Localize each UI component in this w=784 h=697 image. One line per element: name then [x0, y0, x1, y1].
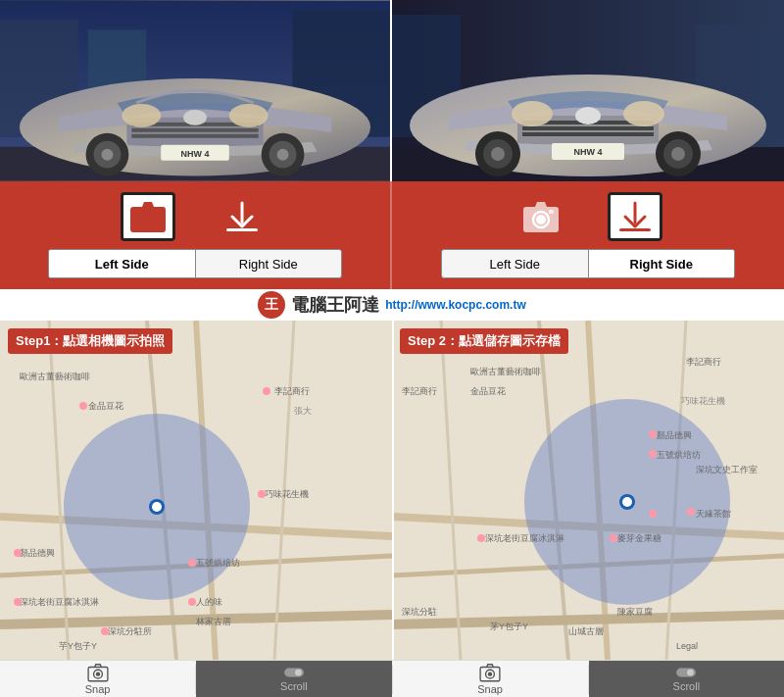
map-divider	[392, 321, 394, 660]
svg-point-80	[188, 598, 196, 606]
right-download-button[interactable]	[608, 192, 662, 241]
left-map-panel: 歐洲古董藝術咖啡 金品豆花 李記商行 張大 巧味花生機 五號烘培坊 顏品德興 深…	[0, 321, 392, 660]
svg-point-114	[687, 508, 695, 516]
scroll-tab-icon-left	[283, 666, 305, 679]
svg-text:林家古厝: 林家古厝	[195, 617, 231, 626]
svg-point-32	[575, 107, 601, 124]
watermark-bar: 王 電腦王阿達 http://www.kocpc.com.tw	[0, 289, 784, 321]
svg-point-122	[488, 672, 492, 675]
tab-snap-right-label: Snap	[477, 683, 503, 695]
svg-text:巧味花生機: 巧味花生機	[681, 396, 725, 406]
svg-point-113	[610, 534, 617, 542]
svg-rect-49	[549, 210, 554, 214]
tab-snap-left-label: Snap	[85, 683, 111, 695]
tab-snap-left[interactable]: Snap	[0, 661, 195, 698]
left-side-buttons: Left Side Right Side	[48, 249, 342, 278]
svg-point-10	[122, 104, 161, 127]
svg-point-40	[671, 147, 685, 161]
right-map-bg: 李記商行 歐洲古董藝術咖啡 金品豆花 李記商行 巧味花生機 顏品德興 五號烘培坊…	[392, 321, 784, 660]
svg-text:NHW 4: NHW 4	[574, 147, 603, 157]
tab-scroll-right-label: Scroll	[673, 680, 701, 692]
svg-text:李記商行: 李記商行	[686, 357, 721, 367]
tab-snap-right[interactable]: Snap	[393, 661, 588, 698]
svg-rect-29	[522, 132, 654, 136]
svg-point-75	[263, 387, 270, 395]
tab-scroll-right[interactable]: Scroll	[589, 661, 784, 698]
step1-label: Step1：點選相機圖示拍照	[8, 328, 172, 354]
svg-point-77	[188, 559, 196, 567]
svg-text:山城古層: 山城古層	[568, 626, 604, 636]
svg-point-74	[79, 402, 87, 410]
svg-rect-44	[156, 210, 161, 214]
right-car-image: NHW 4	[392, 0, 784, 181]
map-section: 歐洲古董藝術咖啡 金品豆花 李記商行 張大 巧味花生機 五號烘培坊 顏品德興 深…	[0, 321, 784, 660]
top-images-section: NHW 4	[0, 0, 784, 181]
left-side-left-btn[interactable]: Left Side	[49, 250, 195, 277]
svg-point-20	[277, 149, 289, 161]
tab-scroll-left[interactable]: Scroll	[196, 661, 391, 698]
svg-point-43	[143, 215, 153, 224]
svg-point-12	[183, 110, 207, 125]
svg-text:人的味: 人的味	[196, 597, 222, 607]
right-icons-row	[514, 192, 662, 241]
svg-point-79	[14, 598, 22, 606]
svg-text:歐洲古董藝術咖啡: 歐洲古董藝術咖啡	[20, 372, 90, 381]
svg-point-48	[536, 215, 546, 224]
left-car-image: NHW 4	[0, 0, 392, 181]
left-download-button[interactable]	[215, 192, 270, 241]
svg-text:金品豆花: 金品豆花	[88, 401, 123, 411]
left-camera-button[interactable]	[121, 192, 175, 241]
svg-rect-45	[226, 228, 258, 231]
camera-tab-icon-right	[479, 663, 501, 682]
svg-text:歐洲古董藝術咖啡: 歐洲古董藝術咖啡	[470, 367, 541, 376]
scroll-tab-icon-right	[675, 666, 697, 679]
right-side-buttons: Left Side Right Side	[441, 249, 735, 278]
svg-rect-28	[522, 126, 654, 130]
left-side-right-btn[interactable]: Right Side	[196, 250, 342, 277]
svg-text:麥芽金果糖: 麥芽金果糖	[617, 533, 662, 543]
logo-icon: 王	[258, 291, 285, 319]
svg-point-11	[229, 104, 269, 127]
svg-point-37	[491, 147, 505, 161]
right-map-panel: 李記商行 歐洲古董藝術咖啡 金品豆花 李記商行 巧味花生機 顏品德興 五號烘培坊…	[392, 321, 784, 660]
svg-text:NHW 4: NHW 4	[181, 149, 210, 159]
svg-point-78	[14, 549, 22, 557]
svg-rect-50	[619, 228, 651, 231]
watermark-logo: 王 電腦王阿達 http://www.kocpc.com.tw	[258, 291, 526, 319]
svg-point-92	[622, 497, 632, 507]
svg-text:李記商行: 李記商行	[402, 386, 437, 396]
left-map-bg: 歐洲古董藝術咖啡 金品豆花 李記商行 張大 巧味花生機 五號烘培坊 顏品德興 深…	[0, 321, 392, 660]
svg-point-124	[687, 670, 694, 676]
svg-text:深坑文史工作室: 深坑文史工作室	[696, 465, 758, 474]
svg-rect-8	[131, 128, 258, 132]
svg-text:深坑分駐所: 深坑分駐所	[108, 626, 152, 636]
svg-point-17	[101, 149, 113, 161]
right-side-right-btn[interactable]: Right Side	[589, 250, 735, 277]
right-camera-button[interactable]	[514, 192, 568, 241]
step2-label: Step 2：點選儲存圖示存檔	[400, 328, 568, 354]
svg-text:顏品德興: 顏品德興	[657, 430, 692, 440]
svg-text:Legal: Legal	[676, 641, 698, 651]
camera-tab-icon-left	[87, 663, 109, 682]
svg-text:李記商行: 李記商行	[274, 386, 310, 396]
svg-rect-9	[131, 134, 258, 138]
svg-text:天緣茶館: 天緣茶館	[696, 509, 731, 519]
svg-text:顏品德興: 顏品德興	[20, 548, 55, 558]
controls-section: Left Side Right Side	[0, 181, 784, 289]
svg-point-30	[512, 101, 553, 126]
svg-point-110	[649, 450, 657, 458]
svg-text:深坑老街豆腐冰淇淋: 深坑老街豆腐冰淇淋	[20, 597, 99, 607]
svg-text:茅Y包子Y: 茅Y包子Y	[490, 622, 528, 631]
tab-scroll-left-label: Scroll	[280, 680, 308, 692]
svg-text:五號烘培坊: 五號烘培坊	[657, 450, 701, 460]
tab-bar: Snap Scroll Snap Scroll	[0, 660, 784, 697]
right-side-left-btn[interactable]: Left Side	[442, 250, 588, 277]
svg-text:五號烘培坊: 五號烘培坊	[196, 558, 240, 568]
svg-point-119	[295, 670, 302, 676]
svg-text:深坑老街豆腐冰淇淋: 深坑老街豆腐冰淇淋	[485, 533, 564, 543]
svg-text:巧味花生機: 巧味花生機	[265, 489, 309, 499]
left-icons-row	[121, 192, 270, 241]
svg-point-31	[623, 101, 664, 126]
svg-point-112	[477, 534, 485, 542]
svg-text:陳家豆腐: 陳家豆腐	[617, 607, 653, 617]
